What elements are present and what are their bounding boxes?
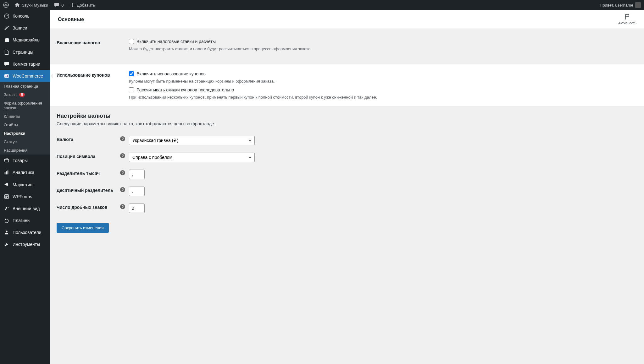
admin-sidebar: Консоль Записи Медиафайлы Страницы Комме… <box>0 10 50 364</box>
help-icon[interactable]: ? <box>120 153 125 158</box>
svg-rect-5 <box>8 171 8 175</box>
sidebar-item-tools[interactable]: Инструменты <box>0 238 50 250</box>
save-changes-button[interactable]: Сохранить изменения <box>57 223 109 233</box>
sidebar-item-label: Внешний вид <box>13 206 40 211</box>
add-new-link[interactable]: Добавить <box>69 2 95 8</box>
decimal-sep-input[interactable] <box>129 187 145 196</box>
currency-section-title: Настройки валюты <box>57 113 638 119</box>
enable-taxes-checkbox[interactable] <box>129 39 134 44</box>
submenu-item-status[interactable]: Статус <box>0 138 50 146</box>
sidebar-item-comments[interactable]: Комментарии <box>0 58 50 70</box>
flag-icon <box>624 14 630 20</box>
enable-taxes-desc: Можно будет настроить ставки, и налоги б… <box>129 46 638 51</box>
sequential-coupons-checkbox[interactable] <box>129 87 134 92</box>
label-currency-position: Позиция символа <box>57 153 120 159</box>
submenu-item-reports[interactable]: Отчёты <box>0 121 50 129</box>
greeting-label: Привет, username <box>600 3 633 8</box>
num-decimals-input[interactable] <box>129 204 145 213</box>
row-currency: Валюта ? Украинская гривна (₴) <box>57 132 638 149</box>
site-link[interactable]: Звуки Музыки <box>14 2 48 8</box>
sidebar-item-label: Товары <box>13 158 28 163</box>
sidebar-item-products[interactable]: Товары <box>0 155 50 166</box>
svg-point-7 <box>6 231 7 232</box>
sidebar-item-label: Консоль <box>13 13 30 19</box>
sidebar-item-posts[interactable]: Записи <box>0 22 50 34</box>
label-thousand-sep: Разделитель тысяч <box>57 170 120 176</box>
sidebar-item-wpforms[interactable]: WPForms <box>0 191 50 203</box>
comment-count: 0 <box>61 3 64 8</box>
sidebar-item-marketing[interactable]: Маркетинг <box>0 179 50 191</box>
submenu-item-customers[interactable]: Клиенты <box>0 112 50 121</box>
sidebar-item-woocommerce[interactable]: WooCommerce <box>0 70 50 82</box>
orders-badge: 5 <box>19 93 25 97</box>
woocommerce-submenu: Главная страница Заказы 5 Форма оформлен… <box>0 82 50 155</box>
help-icon[interactable]: ? <box>120 170 125 175</box>
row-decimal-sep: Десятичный разделитель ? <box>57 183 638 200</box>
sidebar-item-label: Пользователи <box>13 230 41 235</box>
add-new-label: Добавить <box>77 3 95 8</box>
sidebar-item-appearance[interactable]: Внешний вид <box>0 203 50 215</box>
sidebar-item-label: WooCommerce <box>13 73 43 79</box>
currency-section-desc: Следующие параметры влияют на то, как от… <box>57 121 638 126</box>
comments-link[interactable]: 0 <box>54 2 64 8</box>
svg-rect-4 <box>6 171 7 175</box>
sidebar-item-label: Записи <box>13 25 27 31</box>
activity-button[interactable]: Активность <box>618 14 636 25</box>
submenu-item-settings[interactable]: Настройки <box>0 129 50 138</box>
help-icon[interactable]: ? <box>120 136 125 141</box>
content-area: Основные Активность Включение налогов Вк… <box>50 10 644 364</box>
sidebar-item-label: Плагины <box>13 218 31 223</box>
label-currency: Валюта <box>57 136 120 142</box>
sidebar-item-label: Медиафайлы <box>13 37 40 43</box>
coupons-section-highlight: Использование купонов Включить использов… <box>50 64 644 106</box>
label-num-decimals: Число дробных знаков <box>57 204 120 210</box>
submenu-item-extensions[interactable]: Расширения <box>0 146 50 155</box>
admin-bar: Звуки Музыки 0 Добавить Привет, username <box>0 0 644 10</box>
sidebar-item-label: Комментарии <box>13 61 40 67</box>
sidebar-item-users[interactable]: Пользователи <box>0 226 50 238</box>
currency-position-select[interactable]: Справа с пробелом <box>129 153 255 162</box>
activity-label: Активность <box>618 21 636 25</box>
svg-rect-3 <box>5 172 6 174</box>
row-currency-position: Позиция символа ? Справа с пробелом <box>57 149 638 166</box>
sidebar-item-pages[interactable]: Страницы <box>0 46 50 58</box>
currency-select[interactable]: Украинская гривна (₴) <box>129 136 255 145</box>
row-enable-taxes: Включение налогов Включить налоговые ста… <box>57 35 638 59</box>
sidebar-item-label: WPForms <box>13 194 32 199</box>
help-icon[interactable]: ? <box>120 187 125 192</box>
submenu-item-home[interactable]: Главная страница <box>0 82 50 90</box>
sidebar-item-analytics[interactable]: Аналитика <box>0 166 50 178</box>
enable-coupons-desc: Купоны могут быть применены на страницах… <box>129 79 638 84</box>
sidebar-item-label: Маркетинг <box>13 182 34 187</box>
account-link[interactable]: Привет, username <box>600 2 641 8</box>
user-avatar-icon <box>635 2 641 8</box>
sidebar-item-dashboard[interactable]: Консоль <box>0 10 50 22</box>
tab-header: Основные Активность <box>50 10 644 29</box>
submenu-item-orders[interactable]: Заказы 5 <box>0 90 50 99</box>
label-decimal-sep: Десятичный разделитель <box>57 187 120 193</box>
sidebar-item-label: Инструменты <box>13 242 40 247</box>
enable-coupons-checkbox[interactable] <box>129 71 134 76</box>
sequential-coupons-checkbox-label[interactable]: Рассчитывать скидки купонов последовател… <box>136 87 234 92</box>
enable-coupons-checkbox-label[interactable]: Включить использование купонов <box>136 71 206 76</box>
tab-general[interactable]: Основные <box>58 17 84 22</box>
enable-taxes-checkbox-label[interactable]: Включить налоговые ставки и расчёты <box>136 39 216 44</box>
row-num-decimals: Число дробных знаков ? <box>57 200 638 217</box>
thousand-sep-input[interactable] <box>129 170 145 179</box>
sidebar-item-label: Страницы <box>13 49 33 55</box>
submenu-item-checkout-form[interactable]: Форма оформления заказа <box>0 99 50 112</box>
label-enable-taxes: Включение налогов <box>57 39 129 45</box>
label-coupons: Использование купонов <box>57 71 129 78</box>
help-icon[interactable]: ? <box>120 204 125 209</box>
site-name-label: Звуки Музыки <box>22 3 48 8</box>
sidebar-item-label: Аналитика <box>13 170 34 175</box>
sequential-coupons-desc: При использовании нескольких купонов, пр… <box>129 95 638 100</box>
row-thousand-sep: Разделитель тысяч ? <box>57 166 638 183</box>
wordpress-logo-icon[interactable] <box>3 2 9 8</box>
sidebar-item-media[interactable]: Медиафайлы <box>0 34 50 46</box>
sidebar-item-plugins[interactable]: Плагины <box>0 215 50 226</box>
